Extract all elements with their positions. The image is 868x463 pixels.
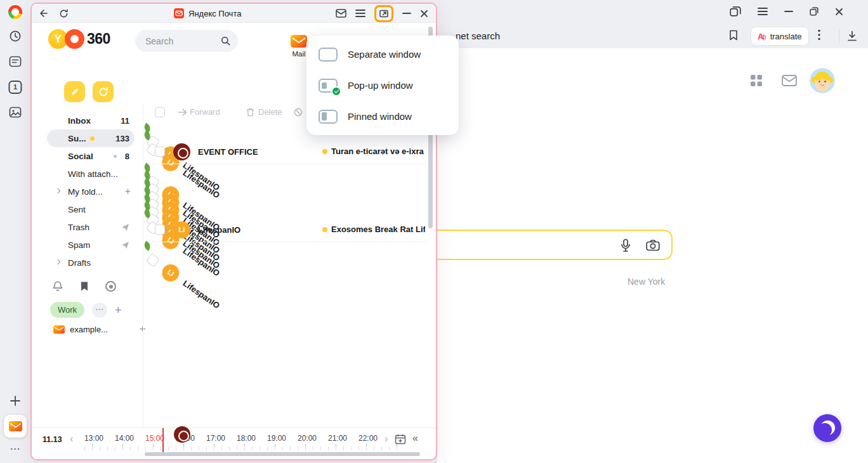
- window-mode-menu: Separate window Pop-up window Pinned win…: [306, 36, 459, 135]
- add-folder-icon[interactable]: +: [125, 186, 131, 197]
- timeline-hour: 18:00: [231, 434, 261, 443]
- horizontal-scrollbar[interactable]: [145, 452, 420, 456]
- window-mode-button-highlighted[interactable]: [374, 5, 393, 22]
- add-tag-icon[interactable]: +: [115, 304, 122, 316]
- reload-icon[interactable]: [59, 9, 69, 18]
- chevron-right-icon[interactable]: [55, 188, 60, 193]
- translate-button[interactable]: Aф translate: [751, 27, 809, 46]
- folder-item[interactable]: Trash +: [47, 218, 135, 236]
- folder-item[interactable]: With attach... +: [47, 165, 135, 183]
- sidebar-add-icon[interactable]: [10, 395, 21, 407]
- gallery-icon[interactable]: [9, 107, 22, 118]
- selected-check-icon: [331, 86, 341, 96]
- close-button[interactable]: [835, 8, 843, 16]
- timeline-hour: 22:00: [353, 434, 383, 443]
- email-subject-group: Turan e-ticarət və e-ixra: [322, 147, 425, 156]
- downloads-icon[interactable]: [846, 30, 858, 42]
- browser-menu-icon[interactable]: [758, 7, 768, 16]
- page-mail-icon[interactable]: [782, 75, 797, 86]
- bell-icon[interactable]: [52, 280, 63, 292]
- browser-sidebar: 1 ⋯: [0, 0, 30, 463]
- back-icon[interactable]: [39, 8, 49, 18]
- tag-work[interactable]: Work: [50, 302, 84, 318]
- unread-dot: [285, 303, 289, 309]
- compose-button[interactable]: [64, 81, 85, 102]
- yandex-360-logo[interactable]: Y 360: [48, 29, 110, 49]
- window-minimize-icon[interactable]: [402, 12, 411, 15]
- email-subject-group: News from Lifespan.: [284, 278, 289, 286]
- email-row[interactable]: LI LifespanIO News from Lifespan.: [142, 241, 153, 252]
- alice-assistant-button[interactable]: [813, 414, 841, 442]
- history-icon[interactable]: [9, 30, 22, 42]
- email-checkbox[interactable]: [155, 147, 165, 157]
- tags-more-icon[interactable]: ⋯: [92, 303, 107, 318]
- unread-dot: [285, 280, 289, 286]
- folder-item[interactable]: Sent +: [47, 200, 135, 218]
- email-sender: EVENT OFFICE: [198, 147, 312, 157]
- status-circle-icon[interactable]: [105, 281, 116, 292]
- folder-item[interactable]: Spam +: [47, 236, 135, 254]
- email-checkbox[interactable]: [146, 253, 160, 267]
- collapse-timeline-icon[interactable]: «: [412, 433, 416, 444]
- timeline-prev-icon[interactable]: ‹: [70, 433, 73, 445]
- current-time-line: [162, 428, 164, 452]
- menu-item[interactable]: Pop-up window: [306, 70, 459, 101]
- email-sender: LifespanIO: [198, 225, 312, 235]
- menu-item[interactable]: Separate window: [306, 39, 459, 70]
- new-event-icon[interactable]: [395, 434, 406, 445]
- chevron-right-icon[interactable]: [55, 259, 60, 264]
- window-mode-icon: [318, 47, 338, 62]
- delete-button[interactable]: Delete: [258, 107, 282, 117]
- timeline-next-icon[interactable]: ›: [385, 433, 388, 445]
- email-subject-group: News from Lifespan.: [284, 349, 289, 356]
- folder-item[interactable]: My fold... +: [47, 183, 135, 200]
- restore-button[interactable]: [810, 7, 819, 16]
- account-row[interactable]: example... +: [53, 323, 150, 335]
- address-bar-query[interactable]: net search: [456, 30, 500, 41]
- tab-counter[interactable]: 1: [9, 81, 22, 94]
- email-row[interactable]: EVENT OFFICE Turan e-ticarət və e-ixra: [143, 140, 426, 164]
- city-label[interactable]: New York: [628, 277, 665, 287]
- mail-search-input[interactable]: [145, 36, 221, 46]
- email-checkbox[interactable]: [155, 225, 165, 235]
- browser-page: New York: [437, 48, 868, 463]
- folder-item[interactable]: Drafts +: [47, 254, 135, 271]
- select-all-checkbox[interactable]: [155, 107, 165, 117]
- folder-item[interactable]: Social 8 +: [47, 147, 135, 165]
- bookmark-filled-icon[interactable]: [80, 281, 89, 292]
- mail-search-bar[interactable]: [135, 30, 238, 52]
- timeline-hour: 17:00: [201, 434, 231, 443]
- image-search-icon[interactable]: [646, 240, 660, 251]
- folder-label: Social: [68, 152, 93, 161]
- menu-item[interactable]: Pinned window: [306, 101, 459, 132]
- window-title-text: Яндекс Почта: [188, 9, 241, 18]
- window-close-icon[interactable]: [420, 10, 428, 18]
- forward-button[interactable]: Forward: [190, 107, 220, 117]
- clear-folder-icon[interactable]: [121, 223, 129, 232]
- feed-icon[interactable]: [9, 56, 22, 67]
- services-grid-icon[interactable]: [750, 74, 763, 87]
- folder-item[interactable]: Su... 133 +: [47, 129, 135, 147]
- sidebar-more-icon[interactable]: ⋯: [10, 443, 21, 455]
- search-icon[interactable]: [221, 36, 230, 46]
- minimize-button[interactable]: [784, 10, 793, 13]
- bookmark-icon[interactable]: [729, 30, 738, 41]
- compact-mail-icon[interactable]: [336, 9, 346, 18]
- page-search-box[interactable]: [409, 230, 673, 260]
- address-more-icon[interactable]: [818, 29, 820, 41]
- refresh-mail-button[interactable]: [93, 81, 114, 102]
- voice-search-icon[interactable]: [619, 238, 632, 252]
- window-menu-icon[interactable]: [355, 9, 365, 18]
- tab-groups-icon[interactable]: [730, 6, 741, 16]
- account-mail-icon: [53, 325, 65, 334]
- email-list: LI LifespanIO News from Lifespan. LI Lif…: [143, 124, 426, 250]
- email-row[interactable]: LI LifespanIO Exosomes Break Rat Lif: [143, 218, 426, 242]
- clear-folder-icon[interactable]: [121, 241, 129, 249]
- unread-dot: [285, 311, 289, 316]
- unread-dot: [285, 351, 289, 356]
- timeline-hour: 15:00: [140, 434, 170, 443]
- browser-logo-icon[interactable]: [8, 5, 22, 19]
- yandex-mail-app-icon[interactable]: [4, 415, 27, 438]
- user-avatar[interactable]: [810, 68, 835, 93]
- folder-item[interactable]: Inbox 11 +: [47, 112, 135, 129]
